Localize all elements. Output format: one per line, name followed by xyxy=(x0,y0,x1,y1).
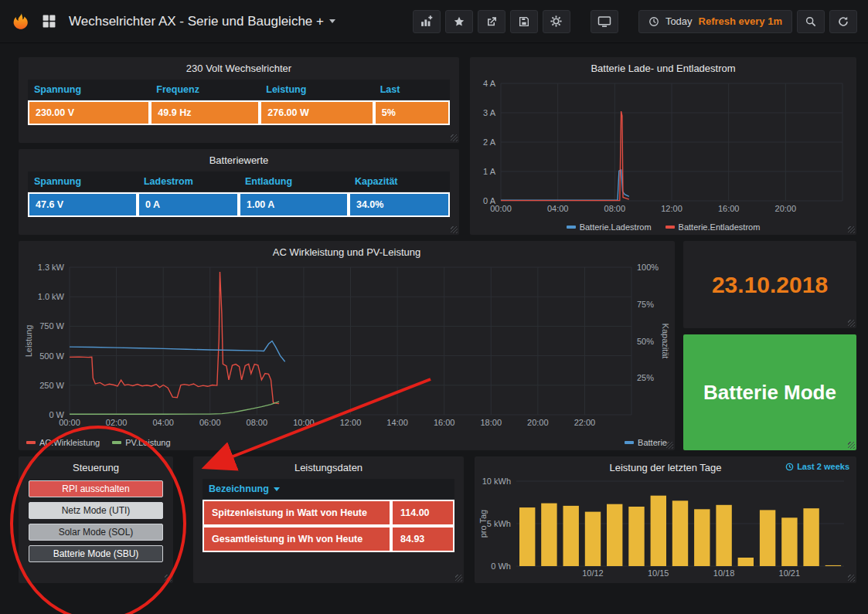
svg-text:18:00: 18:00 xyxy=(480,418,502,427)
legend-series-name: Batterie xyxy=(638,438,667,447)
stat-cell: 34.0% xyxy=(349,192,450,217)
add-panel-button[interactable] xyxy=(413,10,441,33)
legend-item[interactable]: Batterie xyxy=(625,438,667,447)
share-button[interactable] xyxy=(478,10,505,33)
leistungsdaten-table: Bezeichnung Spitzenleistung in Watt von … xyxy=(203,479,454,552)
column-header[interactable]: Ladestrom xyxy=(138,171,239,192)
dashboard-title-text: Wechselrichter AX - Serie und Baugleiche… xyxy=(69,14,324,29)
column-header-label: Bezeichnung xyxy=(209,483,269,494)
legend-item[interactable]: Batterie.Ladestrom xyxy=(567,222,652,232)
refresh-button[interactable] xyxy=(829,10,857,33)
clock-icon xyxy=(785,463,794,471)
svg-text:10/21: 10/21 xyxy=(779,568,801,578)
panel-steuerung: Steuerung RPI ausschalten Netz Mode (UTI… xyxy=(19,456,173,583)
stat-cell: 5% xyxy=(374,100,450,125)
panel-title[interactable]: 230 Volt Wechselrichter xyxy=(19,57,459,76)
dashboard-title[interactable]: Wechselrichter AX - Serie und Baugleiche… xyxy=(69,14,335,29)
svg-text:04:00: 04:00 xyxy=(547,204,569,213)
column-header[interactable]: Leistung xyxy=(260,80,373,100)
svg-text:12:00: 12:00 xyxy=(340,418,362,427)
svg-text:20:00: 20:00 xyxy=(775,204,797,213)
column-header-bezeichnung[interactable]: Bezeichnung xyxy=(203,479,454,500)
svg-text:10/15: 10/15 xyxy=(648,568,669,578)
svg-text:04:00: 04:00 xyxy=(152,418,174,427)
table-row: Gesamtleistung in Wh von Heute 84.93 xyxy=(203,526,454,552)
svg-text:5 kWh: 5 kWh xyxy=(487,519,511,528)
legend-right: Batterie xyxy=(625,438,667,447)
refresh-interval-label[interactable]: Refresh every 1m xyxy=(699,15,782,27)
settings-button[interactable] xyxy=(543,10,570,33)
ac-pv-chart[interactable]: 00:0002:0004:0006:0008:0010:0012:0014:00… xyxy=(22,261,672,430)
svg-text:0 Wh: 0 Wh xyxy=(491,561,511,571)
panel-title[interactable]: Steuerung xyxy=(19,456,173,476)
time-picker[interactable]: Today Refresh every 1m xyxy=(638,10,792,33)
table-row: 230.00 V 49.9 Hz 276.00 W 5% xyxy=(28,100,450,125)
panel-date: 23.10.2018 xyxy=(683,241,856,328)
table-row: 47.6 V 0 A 1.00 A 34.0% xyxy=(28,192,450,217)
chevron-down-icon xyxy=(329,19,335,23)
column-header[interactable]: Spannung xyxy=(28,171,138,192)
svg-text:750 W: 750 W xyxy=(39,321,64,331)
panel-leistungsdaten: Leistungsdaten Bezeichnung Spitzenleistu… xyxy=(193,456,464,583)
svg-text:3 A: 3 A xyxy=(483,108,496,117)
svg-text:100%: 100% xyxy=(637,263,659,272)
svg-text:Kapazität: Kapazität xyxy=(661,324,670,359)
rpi-shutdown-button[interactable]: RPI ausschalten xyxy=(29,480,163,497)
panel-title[interactable]: Batterie Lade- und Entladestrom xyxy=(470,57,856,76)
panel-battery-mode: Batterie Mode xyxy=(683,334,856,450)
svg-text:10/18: 10/18 xyxy=(713,568,735,578)
legend-item[interactable]: Batterie.Entladestrom xyxy=(665,222,761,232)
svg-text:2 A: 2 A xyxy=(483,137,496,147)
save-button[interactable] xyxy=(510,10,538,33)
battery-mode-button[interactable]: Batterie Mode (SBU) xyxy=(29,545,163,562)
cycle-view-button[interactable] xyxy=(591,10,618,33)
stat-cell: 230.00 V xyxy=(28,100,150,125)
table-header-row: Spannung Ladestrom Entladung Kapazität xyxy=(28,171,450,192)
stat-cell: 1.00 A xyxy=(239,192,349,217)
svg-text:20:00: 20:00 xyxy=(527,418,549,427)
netz-mode-button[interactable]: Netz Mode (UTI) xyxy=(29,502,163,519)
navbar-left: Wechselrichter AX - Serie und Baugleiche… xyxy=(11,11,335,32)
panel-daily-energy: Leistung der letzten Tage Last 2 weeks 0… xyxy=(475,456,856,583)
svg-text:0 W: 0 W xyxy=(49,410,64,419)
time-range-corner-label[interactable]: Last 2 weeks xyxy=(785,462,849,471)
chart-legend: AC.WirkleistungPV.Leistung Batterie xyxy=(26,438,667,447)
monitor-icon xyxy=(597,15,611,29)
column-header[interactable]: Spannung xyxy=(28,80,150,100)
legend-swatch xyxy=(625,441,634,444)
column-header[interactable]: Frequenz xyxy=(150,80,260,100)
battery-current-chart[interactable]: 00:0004:0008:0012:0016:0020:000 A1 A2 A3… xyxy=(473,77,852,215)
legend-series-name: AC.Wirkleistung xyxy=(39,438,100,447)
legend-item[interactable]: PV.Leistung xyxy=(112,438,170,447)
panel-title[interactable]: Batteriewerte xyxy=(19,149,459,168)
column-header[interactable]: Kapazität xyxy=(349,171,450,192)
panel-title[interactable]: AC Wirkleistung und PV-Leistung xyxy=(19,241,675,260)
daily-energy-chart[interactable]: 0 Wh5 kWh10 kWh10/1210/1510/1810/21pro T… xyxy=(478,477,852,578)
stat-cell: 276.00 W xyxy=(260,100,373,125)
svg-text:10/12: 10/12 xyxy=(582,568,604,578)
clock-icon xyxy=(648,16,659,27)
svg-text:08:00: 08:00 xyxy=(604,204,626,213)
navbar: Wechselrichter AX - Serie und Baugleiche… xyxy=(0,0,868,43)
search-button[interactable] xyxy=(797,10,825,33)
svg-text:1.3 kW: 1.3 kW xyxy=(38,263,65,272)
svg-text:1.0 kW: 1.0 kW xyxy=(38,292,65,301)
solar-mode-button[interactable]: Solar Mode (SOL) xyxy=(29,524,163,541)
apps-grid-icon[interactable] xyxy=(42,14,56,29)
panel-ac-pv-chart: AC Wirkleistung und PV-Leistung 00:0002:… xyxy=(19,241,675,450)
share-icon xyxy=(485,15,498,28)
favorite-button[interactable] xyxy=(445,10,473,33)
chart-legend: Batterie.LadestromBatterie.Entladestrom xyxy=(478,222,849,232)
battery-mode-label: Batterie Mode xyxy=(703,381,836,405)
svg-text:75%: 75% xyxy=(637,300,654,309)
column-header[interactable]: Entladung xyxy=(239,171,349,192)
column-header[interactable]: Last xyxy=(374,80,450,100)
grafana-logo[interactable] xyxy=(11,11,32,32)
metric-value: 114.00 xyxy=(391,500,454,526)
stat-cell: 47.6 V xyxy=(28,192,138,217)
panel-title[interactable]: Leistungsdaten xyxy=(193,456,464,476)
legend-left: AC.WirkleistungPV.Leistung xyxy=(26,438,171,447)
svg-text:25%: 25% xyxy=(637,373,654,382)
svg-text:10 kWh: 10 kWh xyxy=(482,477,511,486)
legend-item[interactable]: AC.Wirkleistung xyxy=(26,438,100,447)
